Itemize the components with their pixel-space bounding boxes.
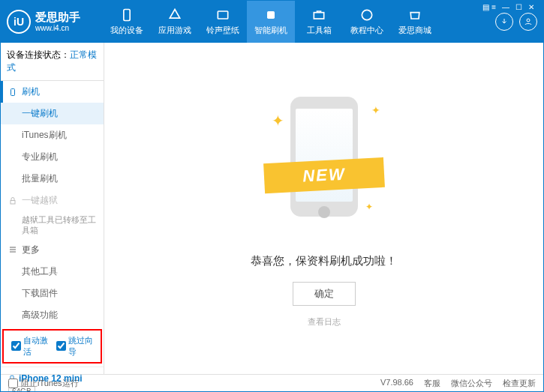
nav-my-device[interactable]: 我的设备 <box>103 1 151 43</box>
sidebar-item-other-tools[interactable]: 其他工具 <box>1 261 104 283</box>
svg-rect-7 <box>11 200 15 204</box>
lock-icon <box>8 196 17 205</box>
menu-icon[interactable]: ▤ ≡ <box>480 3 498 11</box>
service-link[interactable]: 客服 <box>424 378 440 389</box>
sidebar-item-onekey-flash[interactable]: 一键刷机 <box>1 103 104 124</box>
svg-rect-3 <box>314 13 323 19</box>
sidebar-item-pro-flash[interactable]: 专业刷机 <box>1 146 104 168</box>
ok-button[interactable]: 确定 <box>293 282 356 306</box>
block-itunes-checkbox[interactable]: 阻止iTunes运行 <box>8 378 79 389</box>
auto-activate-checkbox[interactable]: 自动激活 <box>11 335 49 358</box>
options-row: 自动激活 跳过向导 <box>2 329 102 364</box>
nav-toolbox[interactable]: 工具箱 <box>295 1 343 43</box>
version-label: V7.98.66 <box>380 378 413 389</box>
app-header: iU 爱思助手 www.i4.cn 我的设备 应用游戏 铃声壁纸 智能刷机 工具… <box>1 1 543 43</box>
sidebar-item-batch-flash[interactable]: 批量刷机 <box>1 168 104 190</box>
update-link[interactable]: 检查更新 <box>503 378 536 389</box>
flash-icon <box>263 7 278 22</box>
phone-icon <box>8 88 17 97</box>
close-icon[interactable]: ✕ <box>526 3 536 11</box>
nav-ringtone[interactable]: 铃声壁纸 <box>199 1 247 43</box>
user-button[interactable] <box>519 13 537 31</box>
tutorial-icon <box>359 7 374 22</box>
success-illustration: ✦ ✦ ✦ NEW <box>272 89 377 239</box>
wechat-link[interactable]: 微信公众号 <box>451 378 492 389</box>
sidebar-group-flash[interactable]: 刷机 <box>1 81 104 103</box>
connection-status: 设备连接状态：正常模式 <box>1 43 104 81</box>
maximize-icon[interactable]: ☐ <box>513 3 524 11</box>
main-content: ✦ ✦ ✦ NEW 恭喜您，保资料刷机成功啦！ 确定 查看日志 <box>104 43 543 374</box>
toolbox-icon <box>311 7 326 22</box>
app-title: 爱思助手 <box>35 11 80 24</box>
nav-store[interactable]: 爱思商城 <box>391 1 439 43</box>
skip-wizard-checkbox[interactable]: 跳过向导 <box>56 335 94 358</box>
svg-rect-6 <box>11 88 15 95</box>
sidebar: 设备连接状态：正常模式 刷机 一键刷机 iTunes刷机 专业刷机 批量刷机 一… <box>1 43 104 374</box>
svg-point-4 <box>362 10 371 19</box>
sidebar-item-itunes-flash[interactable]: iTunes刷机 <box>1 124 104 146</box>
menu-icon <box>8 245 17 254</box>
minimize-icon[interactable]: — <box>500 3 512 11</box>
svg-rect-0 <box>124 10 130 21</box>
window-controls: ▤ ≡ — ☐ ✕ <box>480 3 536 11</box>
sidebar-group-jailbreak[interactable]: 一键越狱 <box>1 190 104 211</box>
logo-icon: iU <box>7 10 31 34</box>
sidebar-item-download-fw[interactable]: 下载固件 <box>1 283 104 304</box>
svg-rect-1 <box>218 11 227 19</box>
user-icon <box>524 17 533 26</box>
new-banner: NEW <box>263 157 385 193</box>
sidebar-group-more[interactable]: 更多 <box>1 239 104 261</box>
app-url: www.i4.cn <box>35 24 80 32</box>
svg-point-5 <box>527 19 530 22</box>
download-button[interactable] <box>495 13 513 31</box>
logo: iU 爱思助手 www.i4.cn <box>7 10 80 34</box>
sidebar-item-advanced[interactable]: 高级功能 <box>1 304 104 326</box>
view-log-link[interactable]: 查看日志 <box>308 316 341 328</box>
download-icon <box>500 17 509 26</box>
phone-icon <box>119 7 134 22</box>
nav-flash[interactable]: 智能刷机 <box>247 1 295 43</box>
nav-tutorial[interactable]: 教程中心 <box>343 1 391 43</box>
svg-rect-2 <box>267 11 275 19</box>
top-nav: 我的设备 应用游戏 铃声壁纸 智能刷机 工具箱 教程中心 爱思商城 <box>103 1 489 43</box>
folder-icon <box>215 7 230 22</box>
nav-apps[interactable]: 应用游戏 <box>151 1 199 43</box>
success-message: 恭喜您，保资料刷机成功啦！ <box>251 254 397 268</box>
jailbreak-note: 越狱工具已转移至工具箱 <box>1 211 104 239</box>
store-icon <box>407 7 422 22</box>
apps-icon <box>167 7 182 22</box>
